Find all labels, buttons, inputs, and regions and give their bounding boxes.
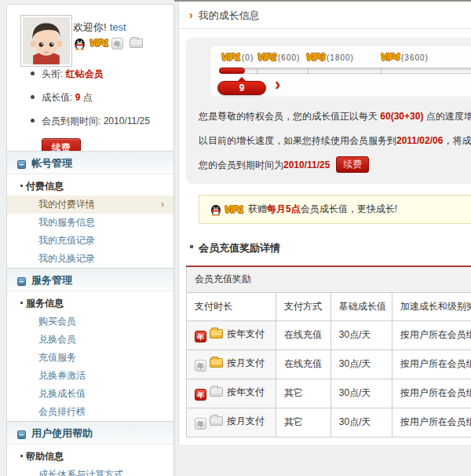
profile-stats: 头衔: 红钻会员 成长值: 9 点 会员到期时间: 2010/11/25 续费 [31,68,164,158]
pay-method-icon [210,329,223,339]
cell-method: 其它 [276,379,330,408]
text: 您是尊敬的特权会员，您的成长值正以每天 [199,111,380,122]
vip-progress-bar: VIP1(0) VIP2(600) VIP3(1800) VIP4(3600) … [210,46,471,97]
collapse-icon[interactable]: − [17,277,26,286]
sidebar-group-help-info: 帮助信息 [7,445,173,466]
item-label: 充值服务 [38,352,76,363]
cell-bonus: 按用户所在会员组 [392,320,471,350]
description-line-3: 您的会员到期时间为2010/11/25续费 [199,153,471,178]
item-label: 我的兑换记录 [38,253,95,264]
vip-level-3: VIP3(1800) [306,52,354,63]
item-label: 成长体系与计算方式 [38,469,123,476]
highlight-rate: 60(30+30) [380,111,423,122]
highlight-date: 2011/02/06 [396,135,443,146]
item-label: 我的充值记录 [38,235,95,246]
table-row: 年按月支付 在线充值 30点/天 按用户所在会员组 [187,350,471,379]
vip-threshold: (0) [242,53,254,62]
rewards-section-title: 会员充值奖励详情 [190,241,280,255]
main-panel: ›我的成长信息 VIP1(0) VIP2(600) VIP3(1800) VIP… [178,2,471,445]
vip-badge: VIP1 [221,52,240,63]
cell-bonus: 按用户所在会员组 [392,379,471,408]
sidebar-item-my-service-info[interactable]: 我的服务信息 [7,214,173,232]
collapse-icon[interactable]: − [17,430,26,439]
sidebar-section-help[interactable]: −用户使用帮助 [7,421,173,445]
year-pay-icon: 年 [195,389,206,401]
year-pay-badge-icon: 年 [111,38,123,49]
table-row: 年按年支付 在线充值 30点/天 按用户所在会员组 [187,320,471,350]
sidebar-item-redeem-membership[interactable]: 兑换会员 [7,331,173,349]
breadcrumb-arrow-icon: › [189,9,193,21]
sidebar-section-service[interactable]: −服务管理 [7,268,173,291]
page-title: 我的成长信息 [199,9,260,21]
stat-value: 2010/11/25 [104,115,150,126]
cell-bonus: 按用户所在会员组 [392,350,471,379]
year-pay-icon: 年 [195,331,206,342]
cell-method: 在线充值 [276,350,330,379]
pay-card-icon [130,38,143,48]
sidebar-menu: −帐号管理 付费信息 我的付费详情› 我的服务信息 我的充值记录 我的兑换记录 … [7,151,173,476]
sidebar-item-redeem-growth[interactable]: 兑换成长值 [7,385,173,403]
active-arrow-icon: › [161,196,164,214]
cell-base-growth: 30点/天 [330,350,392,379]
current-growth-bubble: 9 [217,81,266,95]
column-header: 基础成长值 [330,292,392,320]
text: 您的会员到期时间为 [199,159,283,170]
notice-text: 会员成长值，更快成长! [301,203,397,216]
sidebar-item-buy-membership[interactable]: 购买会员 [7,313,173,331]
cell-bonus: 按用户所在会员组 [392,408,471,437]
sidebar-item-my-recharge-records[interactable]: 我的充值记录 [7,232,173,250]
cell-base-growth: 30点/天 [330,320,392,350]
sidebar-section-account[interactable]: −帐号管理 [7,151,173,174]
description-line-1: 您是尊敬的特权会员，您的成长值正以每天 60(30+30) 点的速度增 [199,104,471,129]
notice-highlight: 每月5点 [267,203,301,216]
progress-fill [219,68,245,74]
cell-base-growth: 30点/天 [330,408,392,437]
penguin-icon [210,203,222,216]
growth-info-box: VIP1(0) VIP2(600) VIP3(1800) VIP4(3600) … [186,38,471,184]
stat-growth: 成长值: 9 点 [31,91,164,104]
year-pay-icon: 年 [195,360,206,372]
cell-duration: 按月支付 [227,416,265,427]
username-link[interactable]: test [110,21,126,33]
avatar-image [23,17,70,64]
sidebar-item-my-redeem-records[interactable]: 我的兑换记录 [7,250,173,268]
vip-badge: VIP3 [306,52,325,63]
vip-level-4: VIP4(3600) [381,52,429,63]
stat-expiry: 会员到期时间: 2010/11/25 [31,115,164,128]
item-label: 购买会员 [38,316,76,327]
column-header: 加速成长和级别奖励 [392,292,471,320]
vip-level-1: VIP1(0) [221,52,254,63]
sidebar-item-growth-system[interactable]: 成长体系与计算方式 [7,466,173,476]
sidebar-item-voucher-activation[interactable]: 兑换券激活 [7,367,173,385]
text: 点的速度增 [423,111,471,122]
table-row: 年按年支付 其它 30点/天 按用户所在会员组 [187,379,471,408]
section-title: 服务管理 [31,274,72,286]
sidebar-item-member-ranking[interactable]: 会员排行榜 [7,403,173,421]
vip-level-badge: VIP1 [225,204,243,215]
profile-badges: VIP1 年 [73,36,147,50]
cell-method: 其它 [276,408,330,437]
page: 欢迎你!test VIP1 年 头衔: 红钻会员 成长值: 9 [0,0,471,476]
sidebar-item-my-payment-details[interactable]: 我的付费详情› [7,196,173,214]
progress-tick [308,68,309,75]
stat-value: 9 [75,92,81,103]
section-title: 用户使用帮助 [31,427,93,439]
vip-badge: VIP4 [381,52,400,63]
growth-description: 您是尊敬的特权会员，您的成长值正以每天 60(30+30) 点的速度增 以目前的… [199,104,471,178]
avatar [20,15,72,67]
collapse-icon[interactable]: − [17,160,26,169]
stat-label: 头衔: [42,68,63,79]
vip-badge: VIP2 [257,52,276,63]
text: 以目前的增长速度，如果您持续使用会员服务到 [199,135,396,146]
item-label: 兑换券激活 [38,370,86,381]
renew-button-inline[interactable]: 续费 [336,156,369,173]
sidebar-item-recharge-service[interactable]: 充值服务 [7,349,173,367]
vip-threshold: (600) [278,53,300,62]
vip-level-badge: VIP1 [89,38,108,49]
year-pay-icon: 年 [195,418,206,430]
table-row: 年按月支付 其它 30点/天 按用户所在会员组 [187,408,471,437]
progress-tick [257,68,257,75]
highlight-expiry: 2010/11/25 [283,159,330,170]
stat-value: 红钻会员 [66,68,104,79]
column-header: 支付方式 [276,292,330,320]
